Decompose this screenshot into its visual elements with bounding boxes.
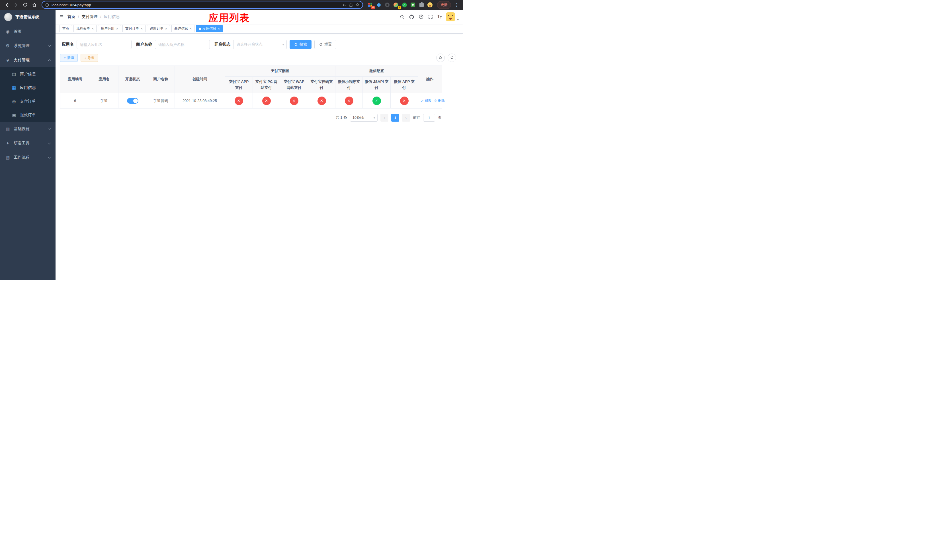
cell-merchant: 芋道源码 (147, 93, 175, 109)
close-icon[interactable]: × (92, 27, 94, 30)
merchant-name-input[interactable] (155, 40, 210, 49)
app-logo-row[interactable]: 芋道管理系统 (0, 10, 56, 24)
extension-green-circle-icon[interactable]: ✓ (401, 1, 408, 9)
col-status: 开启状态 (118, 66, 147, 93)
app-name-label: 应用名 (62, 42, 74, 47)
sidebar-item-system[interactable]: ⚙ 系统管理 (0, 39, 56, 53)
col-app-name: 应用名 (90, 66, 118, 93)
status-label: 开启状态 (215, 42, 230, 47)
sidebar-item-merchant-info[interactable]: ▤ 商户信息 (0, 67, 56, 81)
toggle-search-button[interactable] (436, 53, 445, 62)
cell-ops: 修改 删除 (418, 93, 442, 109)
chevron-down-icon (48, 142, 51, 144)
close-icon[interactable]: × (116, 27, 118, 30)
col-merchant: 商户名称 (147, 66, 175, 93)
browser-update-button[interactable]: 更新 (437, 1, 451, 9)
download-icon: ↓ (84, 56, 86, 60)
page-size-select[interactable]: 10条/页 ▾ (350, 114, 378, 122)
sidebar-item-refund-order[interactable]: ▣ 退款订单 (0, 108, 56, 122)
current-page-button[interactable]: 1 (391, 114, 399, 122)
close-icon[interactable]: × (190, 27, 192, 30)
sidebar-item-infrastructure[interactable]: ▥ 基础设施 (0, 122, 56, 136)
tab-merchant-info[interactable]: 商户信息× (171, 25, 195, 32)
main-area: ≡ 首页 / 支付管理 / 应用信息 TT ▾ 首页 (56, 10, 463, 280)
cell-wx-app: ✕ (391, 93, 418, 109)
sidebar-item-app-info[interactable]: ▦ 应用信息 (0, 81, 56, 95)
chevron-down-icon (48, 156, 51, 159)
edit-button[interactable]: 修改 (421, 98, 432, 103)
share-icon[interactable] (349, 3, 353, 7)
prev-page-button[interactable]: ‹ (380, 114, 388, 122)
font-size-icon[interactable]: TT (437, 15, 442, 19)
dashboard-icon: ◉ (5, 29, 10, 34)
status-circle: ✕ (400, 97, 409, 105)
breadcrumb-payment[interactable]: 支付管理 (82, 14, 98, 20)
password-key-icon[interactable] (342, 3, 346, 7)
bookmark-star-icon[interactable] (356, 3, 360, 7)
close-icon[interactable]: × (141, 27, 143, 30)
refresh-button[interactable] (448, 53, 456, 62)
tab-home[interactable]: 首页 (59, 25, 72, 32)
table-row: 6 芋道 芋道源码 2021-10-23 08:49:25 ✕ ✕ ✕ ✕ ✕ … (61, 93, 442, 109)
fullscreen-icon[interactable] (428, 14, 433, 20)
workflow-icon: ▧ (5, 155, 10, 160)
goto-label: 前往 (413, 115, 420, 120)
sidebar-item-pay-order[interactable]: ◎ 支付订单 (0, 95, 56, 108)
reset-button[interactable]: 重置 (314, 40, 336, 49)
browser-menu-icon[interactable]: ⋮ (453, 2, 460, 8)
cell-alipay-pc: ✕ (253, 93, 280, 109)
extension-blue-icon[interactable] (375, 1, 383, 9)
close-icon[interactable]: × (165, 27, 167, 30)
delete-button[interactable]: 删除 (434, 98, 445, 103)
tab-pay-order[interactable]: 支付订单× (123, 25, 145, 32)
cell-alipay-qr: ✕ (308, 93, 336, 109)
url-text[interactable]: localhost:1024/pay/app (51, 3, 91, 7)
goto-page-input[interactable] (423, 114, 435, 122)
merchant-card-icon: ▤ (11, 71, 17, 77)
tab-process-form[interactable]: 流程表单× (73, 25, 97, 32)
tools-icon: ✦ (5, 141, 10, 146)
tab-app-info[interactable]: 应用信息× (196, 25, 223, 32)
extension-profile-icon[interactable]: 1 (392, 1, 399, 9)
col-alipay-qr: 支付宝扫码支付 (308, 76, 336, 93)
close-icon[interactable]: × (218, 27, 220, 30)
sidebar-collapse-icon[interactable]: ≡ (60, 14, 64, 20)
header-search-icon[interactable] (399, 14, 405, 20)
col-alipay-app: 支付宝 APP 支付 (225, 76, 253, 93)
status-select[interactable]: 请选择开启状态 ▾ (233, 40, 287, 49)
github-icon[interactable] (409, 14, 414, 20)
add-button[interactable]: + 新增 (60, 54, 78, 62)
user-avatar[interactable] (446, 12, 455, 21)
tags-view-bar: 首页 流程表单× 用户分组× 支付订单× 退款订单× 商户信息× 应用信息× (56, 24, 463, 33)
app-name-input[interactable] (77, 40, 132, 49)
sidebar-item-payment[interactable]: ¥ 支付管理 (0, 53, 56, 67)
page-suffix: 页 (438, 115, 442, 120)
yen-icon: ¥ (5, 58, 10, 63)
tab-refund-order[interactable]: 退款订单× (147, 25, 170, 32)
extension-face-icon[interactable] (426, 1, 434, 9)
avatar-caret-icon[interactable]: ▾ (457, 18, 459, 21)
forward-icon[interactable] (12, 1, 20, 9)
reload-icon[interactable] (21, 1, 29, 9)
extension-dark-icon[interactable] (384, 1, 391, 9)
url-bar[interactable]: localhost:1024/pay/app (42, 1, 363, 9)
enabled-toggle[interactable] (127, 98, 138, 104)
help-icon[interactable] (419, 14, 424, 20)
next-page-button[interactable]: › (402, 114, 410, 122)
tab-user-group[interactable]: 用户分组× (98, 25, 121, 32)
extension-puzzle-icon[interactable] (418, 1, 425, 9)
col-alipay-wap: 支付宝 WAP 网站支付 (280, 76, 308, 93)
extensions-grid-icon[interactable]: 10 (366, 1, 374, 9)
search-button[interactable]: 搜索 (290, 40, 312, 49)
sidebar-item-dev-tools[interactable]: ✦ 研发工具 (0, 136, 56, 150)
cell-wx-mini: ✕ (336, 93, 363, 109)
site-info-icon[interactable] (45, 3, 49, 7)
sidebar-item-home[interactable]: ◉ 首页 (0, 24, 56, 39)
extension-green-square-icon[interactable] (409, 1, 416, 9)
col-ops: 操作 (418, 66, 442, 93)
breadcrumb-home[interactable]: 首页 (68, 14, 76, 20)
export-button[interactable]: ↓ 导出 (80, 54, 98, 62)
home-icon[interactable] (30, 1, 38, 9)
sidebar-item-workflow[interactable]: ▧ 工作流程 (0, 150, 56, 165)
back-icon[interactable] (3, 1, 11, 9)
